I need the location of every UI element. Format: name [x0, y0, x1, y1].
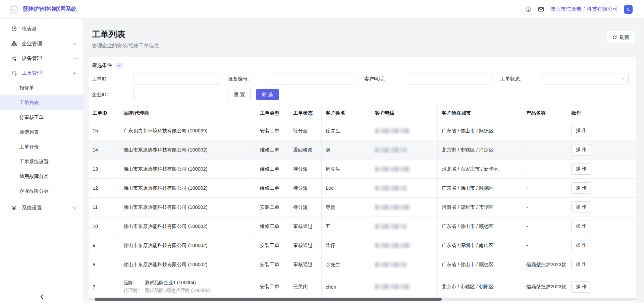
chevron-down-icon [72, 42, 77, 46]
row-action-button[interactable]: 操 作 [571, 221, 591, 232]
brand: 壁挂炉智控物联网系统 [9, 4, 76, 14]
sidebar-item-order-system-settings[interactable]: 工单系统设置 [0, 154, 84, 169]
user-avatar[interactable] [624, 5, 633, 14]
company-name[interactable]: 佛山市信鼎电子科技有限公司 [550, 6, 618, 13]
cell-city: 河北省 / 石家庄市 / 新华区 [438, 160, 522, 179]
table-row: 11 佛山市东原热能科技有限公司 (100002) 安装工单 待分派 尊贵 河南… [89, 198, 636, 217]
sidebar-item-devices[interactable]: 设备管理 [0, 51, 84, 66]
cell-order-id: 15 [89, 121, 119, 140]
table-header-row: 工单ID 品牌/代理商 工单类型 工单状态 客户姓名 客户电话 客户所在城市 产… [89, 105, 636, 121]
sidebar-item-repair-orders[interactable]: 报修单 [0, 80, 84, 95]
column-header-order-type: 工单类型 [256, 105, 289, 121]
cell-order-id: 14 [89, 140, 119, 160]
column-header-city: 客户所在城市 [438, 105, 522, 121]
page-title-block: 工单列表 管理企业的安装/维修工单信息 [92, 29, 159, 49]
order-status-select[interactable] [542, 73, 629, 84]
topbar: 壁挂炉智控物联网系统 佛山市信鼎电子科技有限公司 [0, 0, 644, 19]
horizontal-scrollbar[interactable] [89, 298, 636, 301]
refresh-button[interactable]: 刷新 [606, 31, 635, 44]
cell-customer-name: 周先生 [322, 160, 371, 179]
cell-product: 信鼎壁挂炉2023款 [522, 255, 567, 274]
cell-action: 操 作 [567, 274, 636, 300]
cell-order-id: 9 [89, 236, 119, 255]
cell-customer-name: 吴 [322, 140, 371, 160]
cell-order-type: 安装工单 [256, 255, 289, 274]
customer-phone-label: 客户电话: [364, 76, 406, 82]
reset-button[interactable]: 重 置 [228, 89, 251, 100]
device-sn-input[interactable] [270, 73, 356, 84]
filter-collapse-toggle[interactable] [115, 62, 123, 69]
cell-order-id: 10 [89, 217, 119, 236]
mail-icon[interactable] [538, 6, 544, 13]
submit-filter-button[interactable]: 筛 选 [256, 89, 279, 100]
order-status-label: 工单状态: [500, 76, 542, 82]
row-action-button[interactable]: 操 作 [571, 163, 591, 175]
cell-customer-phone [371, 140, 438, 160]
cell-customer-name: 余先生 [322, 255, 371, 274]
cell-order-status: 退回修改 [289, 140, 322, 160]
chevron-left-icon [38, 293, 46, 300]
row-action-button[interactable]: 操 作 [571, 144, 591, 156]
table-row: 14 佛山市东原热能科技有限公司 (100002) 维修工单 退回修改 吴 北京… [89, 140, 636, 160]
cell-product: - [522, 198, 567, 217]
cell-action: 操 作 [567, 217, 636, 236]
customer-phone-input[interactable] [406, 73, 492, 84]
filter-group-order-status: 工单状态: [500, 73, 629, 84]
row-action-button[interactable]: 操 作 [571, 125, 591, 136]
sidebar-item-dashboard[interactable]: 仪表盘 [0, 21, 84, 36]
cell-brand: 品牌:测试品牌企业1 (100004)代理商:测试品牌1顺德代理商 (10000… [119, 274, 256, 300]
enterprise-id-input[interactable] [133, 89, 220, 100]
sidebar-item-common-fault-categories[interactable]: 通用故障分类 [0, 169, 84, 184]
column-header-customer-phone: 客户电话 [371, 105, 438, 121]
brand-line-label: 代理商: [123, 288, 145, 294]
app-title: 壁挂炉智控物联网系统 [23, 6, 76, 13]
phone-redacted [375, 262, 407, 267]
filter-title: 筛选条件 [92, 62, 112, 69]
sidebar-item-enterprise-fault-categories[interactable]: 企业故障分类 [0, 184, 84, 198]
workorder-submenu: 报修单 工单列表 待审核工单 师傅列表 工单评价 工单系统设置 通用故障分类 企… [0, 80, 84, 198]
table-row: 7 品牌:测试品牌企业1 (100004)代理商:测试品牌1顺德代理商 (100… [89, 274, 636, 300]
cell-city: 河南省 / 郑州市 / 市辖区 [438, 198, 522, 217]
cell-customer-name: 尊贵 [322, 198, 371, 217]
cell-brand: 佛山市东原热能科技有限公司 (100002) [119, 179, 256, 198]
order-id-input[interactable] [133, 73, 220, 84]
device-sn-label: 设备编号: [228, 76, 270, 82]
row-action-button[interactable]: 操 作 [571, 259, 591, 270]
enterprise-icon [11, 41, 17, 47]
filter-head: 筛选条件 [92, 62, 633, 69]
phone-redacted [375, 205, 411, 210]
sidebar-menu: 仪表盘 企业管理 设备管理 [0, 19, 84, 215]
cell-action: 操 作 [567, 198, 636, 217]
help-icon[interactable] [525, 6, 532, 12]
filter-group-order-id: 工单ID: [92, 73, 220, 84]
sidebar-item-work-order-list[interactable]: 工单列表 [0, 95, 84, 110]
sidebar-item-technician-list[interactable]: 师傅列表 [0, 125, 84, 139]
enterprise-id-label: 企业ID: [92, 92, 133, 98]
sidebar-item-pending-review-orders[interactable]: 待审核工单 [0, 110, 84, 125]
cell-brand: 佛山市东原热能科技有限公司 (100002) [119, 160, 256, 179]
cell-action: 操 作 [567, 140, 636, 160]
topbar-right: 佛山市信鼎电子科技有限公司 [525, 5, 633, 14]
sidebar-item-order-reviews[interactable]: 工单评价 [0, 139, 84, 154]
row-action-button[interactable]: 操 作 [571, 182, 591, 194]
row-action-button[interactable]: 操 作 [571, 240, 591, 251]
phone-redacted [375, 224, 407, 229]
cell-order-type: 安装工单 [256, 236, 289, 255]
cell-order-status: 待分派 [289, 160, 322, 179]
row-action-button[interactable]: 操 作 [571, 281, 591, 293]
row-action-button[interactable]: 操 作 [571, 201, 591, 213]
sidebar-item-workorders[interactable]: 工单管理 [0, 66, 84, 80]
phone-redacted [375, 128, 411, 133]
sidebar-item-label: 仪表盘 [22, 26, 37, 32]
horizontal-scrollbar-thumb[interactable] [95, 298, 442, 301]
device-icon [11, 55, 17, 61]
sidebar-item-system-settings[interactable]: 系统设置 [0, 200, 84, 215]
cell-order-id: 8 [89, 255, 119, 274]
sidebar-collapse-button[interactable] [0, 293, 84, 300]
cell-order-status: 已关闭 [289, 274, 322, 300]
sidebar: 仪表盘 企业管理 设备管理 [0, 19, 84, 303]
phone-redacted [375, 284, 411, 289]
sidebar-item-enterprise[interactable]: 企业管理 [0, 36, 84, 51]
cell-customer-phone [371, 179, 438, 198]
cell-customer-phone [371, 198, 438, 217]
